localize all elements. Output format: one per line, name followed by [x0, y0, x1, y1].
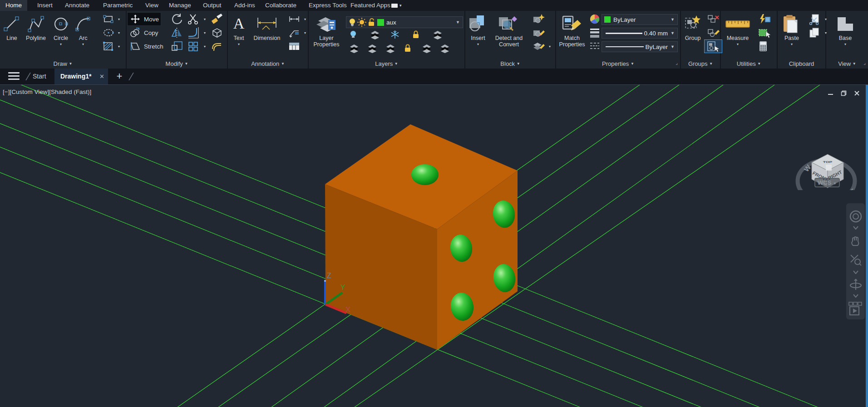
rectangle-button[interactable]: ▾ [101, 13, 122, 25]
viewport-edge-strip[interactable] [866, 85, 868, 407]
viewport-controls-label[interactable]: [−][Custom View][Shaded (Fast)] [3, 88, 91, 95]
ungroup-button[interactable] [705, 13, 722, 25]
start-tab[interactable]: Start [33, 69, 46, 84]
stretch-button[interactable]: Stretch [128, 40, 165, 53]
dim-style-button[interactable]: ▾ [286, 13, 308, 25]
move-button[interactable]: Move [128, 13, 161, 25]
group-button[interactable]: Group [682, 14, 704, 41]
ribbon-tab-collaborate[interactable]: Collaborate [260, 0, 302, 11]
edit-block-button[interactable] [530, 26, 547, 39]
quick-calc-button[interactable] [755, 40, 771, 53]
linetype-dropdown[interactable]: ByLayer▼ [602, 41, 678, 52]
ellipse-button[interactable]: ▾ [101, 26, 122, 39]
nav-orbit-icon[interactable] [848, 278, 863, 291]
color-dropdown[interactable]: ByLayer▼ [602, 14, 678, 25]
panel-title-utilities[interactable]: Utilities ▼ [721, 60, 777, 67]
panel-title-modify[interactable]: Modify ▼ [127, 60, 227, 67]
ribbon-collapse-button[interactable]: ▾ [391, 2, 402, 9]
layer-tool-4[interactable] [430, 28, 445, 41]
panel-title-layers[interactable]: Layers ▼ [309, 60, 464, 67]
table-button[interactable] [286, 40, 302, 53]
polyline-button[interactable]: Polyline [23, 14, 49, 41]
ribbon-tab-manage[interactable]: Manage [163, 0, 197, 11]
restore-button[interactable] [841, 90, 847, 96]
hatch-button[interactable]: ▾ [101, 40, 122, 53]
erase-button[interactable] [208, 13, 226, 25]
mirror-button[interactable] [168, 26, 186, 39]
layer-tool2-2[interactable] [383, 42, 398, 54]
panel-title-properties[interactable]: Properties ▼⌟ [556, 60, 680, 67]
layer-properties-button[interactable]: LayerProperties [312, 14, 340, 48]
panel-title-draw[interactable]: Draw ▼ [0, 60, 126, 67]
layer-tool-3[interactable] [409, 28, 422, 41]
nav-pan-icon[interactable] [849, 235, 863, 249]
ribbon-tab-output[interactable]: Output [197, 0, 227, 11]
layer-tool2-0[interactable] [347, 42, 361, 54]
ribbon-tab-featured-apps[interactable]: Featured Apps [345, 0, 396, 11]
paste-button[interactable]: Paste▾ [779, 14, 804, 46]
new-drawing-button[interactable]: + [114, 71, 124, 81]
nav-zoom-arrow[interactable] [853, 270, 858, 274]
close-button[interactable] [854, 90, 860, 96]
layer-tool2-3[interactable] [401, 42, 414, 54]
measure-button[interactable]: Measure▾ [722, 14, 754, 46]
layer-tool2-4[interactable] [419, 42, 434, 54]
trim-button[interactable]: ▾ [185, 13, 207, 25]
insert-button[interactable]: Insert▾ [466, 14, 490, 46]
nav-showmotion-icon[interactable] [848, 301, 863, 317]
layer-tool2-1[interactable] [365, 42, 380, 54]
layer-tool-1[interactable] [368, 28, 382, 41]
circle-button[interactable]: Circle▾ [49, 14, 73, 46]
rotate-button[interactable] [168, 13, 186, 25]
ribbon-tab-parametric[interactable]: Parametric [98, 0, 138, 11]
match-properties-button[interactable]: MatchProperties [558, 14, 586, 48]
text-button[interactable]: A Text▾ [230, 14, 248, 46]
nav-orbit-arrow[interactable] [853, 294, 858, 298]
nav-wheel-icon[interactable] [849, 210, 863, 223]
minimize-button[interactable] [828, 90, 833, 96]
drawing-viewport[interactable]: Z Y X [−][Custom View][Shaded (Fast)] W … [0, 84, 868, 407]
group-edit-button[interactable] [705, 26, 722, 39]
ribbon-tab-add-ins[interactable]: Add-ins [229, 0, 261, 11]
linetype-icon[interactable] [587, 40, 602, 53]
panel-title-groups[interactable]: Groups ▼ [681, 60, 720, 67]
panel-title-block[interactable]: Block ▼ [465, 60, 555, 67]
base-button[interactable]: Base▾ [833, 14, 858, 46]
detect-convert-button[interactable]: Detect andConvert [491, 14, 527, 48]
panel-title-view[interactable]: View ▼⌟ [826, 60, 868, 67]
ribbon-tab-view[interactable]: View [140, 0, 164, 11]
nav-wheel-arrow[interactable] [853, 226, 858, 230]
copy-clip-button[interactable]: ▾ [806, 26, 829, 39]
layer-tool2-5[interactable] [438, 42, 452, 54]
explode-button[interactable] [208, 26, 226, 39]
nav-zoom-icon[interactable] [849, 253, 863, 267]
ribbon-tab-annotate[interactable]: Annotate [59, 0, 95, 11]
panel-title-annotation[interactable]: Annotation ▼ [228, 60, 308, 67]
layer-tool-2[interactable] [389, 28, 401, 41]
layer-dropdown[interactable]: aux ▼ [346, 16, 463, 28]
copy-button[interactable]: Copy [128, 26, 160, 39]
ribbon-tab-insert[interactable]: Insert [32, 0, 58, 11]
hamburger-menu-icon[interactable] [8, 72, 20, 81]
navigation-bar[interactable] [846, 203, 865, 319]
close-tab-icon[interactable]: ✕ [99, 69, 104, 84]
scale-button[interactable] [168, 40, 186, 53]
ribbon-tab-home[interactable]: Home [0, 0, 27, 11]
dimension-button[interactable]: Dimension [250, 14, 284, 41]
offset-button[interactable] [208, 40, 226, 53]
drawing-tab[interactable]: Drawing1*✕ [54, 69, 108, 84]
leader-button[interactable]: ▾ [286, 26, 308, 39]
lineweight-dropdown[interactable]: 0.40 mm▼ [602, 28, 678, 39]
wcs-dropdown[interactable]: WCS ▼ [814, 178, 840, 187]
cut-button[interactable]: ▾ [806, 13, 829, 25]
dice-pip[interactable] [411, 164, 439, 185]
select-similar-button[interactable] [755, 26, 773, 39]
fillet-button[interactable]: ▾ [185, 26, 207, 39]
panel-title-clipboard[interactable]: Clipboard [778, 60, 825, 67]
color-wheel-icon[interactable] [587, 13, 602, 25]
line-button[interactable]: Line [1, 14, 23, 41]
array-button[interactable]: ▾ [185, 40, 207, 53]
block-attr-button[interactable]: ▾ [530, 40, 552, 53]
create-block-button[interactable] [530, 13, 547, 25]
quick-select-button[interactable] [755, 13, 773, 25]
